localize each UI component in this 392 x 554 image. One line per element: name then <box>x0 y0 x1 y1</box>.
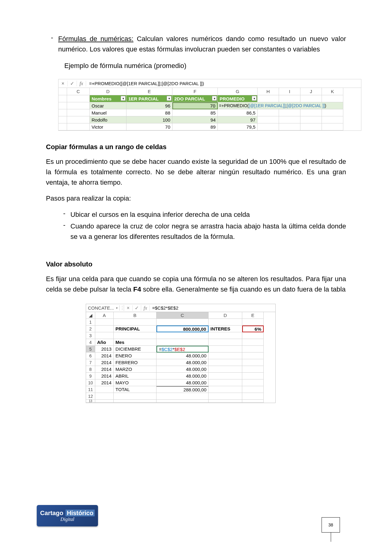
cell[interactable]: DICIEMBRE <box>114 346 156 352</box>
cell[interactable] <box>242 319 264 326</box>
col-K[interactable]: K <box>322 88 343 95</box>
cell[interactable] <box>67 109 90 116</box>
cell-name[interactable]: Rodolfo <box>90 116 126 123</box>
cell-interes-label[interactable]: INTERES <box>209 326 242 332</box>
cell[interactable] <box>95 326 114 332</box>
filter-icon[interactable] <box>167 96 172 101</box>
cell[interactable] <box>322 109 343 116</box>
hdr-nombres[interactable]: Nombres <box>90 95 126 102</box>
col-D[interactable]: D <box>90 88 126 95</box>
hdr-1er[interactable]: 1ER PARCIAL <box>126 95 172 102</box>
rowhdr[interactable] <box>58 109 67 116</box>
rowhdr[interactable]: 7 <box>86 359 95 366</box>
cell-p2[interactable]: 94 <box>172 116 218 123</box>
cell[interactable] <box>258 116 279 123</box>
cell-interes-value[interactable]: 6% <box>242 326 264 332</box>
cell-mes-hdr[interactable]: Mes <box>114 339 156 346</box>
cell[interactable] <box>67 102 90 109</box>
cancel-icon[interactable]: × <box>124 305 133 311</box>
fx-icon[interactable]: fx <box>141 305 150 311</box>
cell[interactable] <box>300 95 322 102</box>
cell[interactable] <box>95 319 114 326</box>
rowhdr[interactable]: 3 <box>86 332 95 339</box>
cell-ano-hdr[interactable]: Año <box>95 339 114 346</box>
col-E[interactable]: E <box>126 88 172 95</box>
rowhdr[interactable]: 13 <box>86 400 95 403</box>
rowhdr[interactable]: 4 <box>86 339 95 346</box>
cell[interactable] <box>258 109 279 116</box>
cell-prom[interactable]: 86,5 <box>218 109 258 116</box>
cell[interactable] <box>322 116 343 123</box>
rowhdr[interactable]: 2 <box>86 326 95 332</box>
formula-text[interactable]: =+PROMEDIO([@[1ER PARCIAL]];[@[2DO PARCI… <box>86 81 204 86</box>
rowhdr[interactable]: 9 <box>86 373 95 379</box>
cell[interactable] <box>279 109 300 116</box>
filter-icon[interactable] <box>252 96 257 101</box>
cell[interactable] <box>67 95 90 102</box>
rowhdr[interactable]: 1 <box>86 319 95 326</box>
col-I[interactable]: I <box>279 88 300 95</box>
rowhdr[interactable]: 8 <box>86 366 95 373</box>
col-G[interactable]: G <box>218 88 258 95</box>
col-C[interactable]: C <box>67 88 90 95</box>
cell-p1[interactable]: 70 <box>126 123 172 130</box>
rowhdr[interactable] <box>58 123 67 130</box>
col-F[interactable]: F <box>172 88 218 95</box>
col-C[interactable]: C <box>156 312 209 319</box>
cell-name[interactable]: Oscar <box>90 102 126 109</box>
cell[interactable] <box>209 319 242 326</box>
rowhdr[interactable]: 10 <box>86 379 95 386</box>
col-J[interactable]: J <box>300 88 322 95</box>
cell-p1[interactable]: 100 <box>126 116 172 123</box>
cell[interactable] <box>67 123 90 130</box>
rowhdr[interactable] <box>58 95 67 102</box>
fx-icon[interactable]: fx <box>77 81 86 86</box>
cell[interactable] <box>279 116 300 123</box>
col-E[interactable]: E <box>242 312 264 319</box>
cell[interactable] <box>258 123 279 130</box>
selectall-corner[interactable] <box>58 88 67 95</box>
cell-principal-value[interactable]: 800.000,00 <box>156 326 209 332</box>
cell-formula-overflow[interactable]: =+PROMEDIO([@[1ER PARCIAL]];[@[2DO PARCI… <box>218 102 343 109</box>
cell-p1[interactable]: 96 <box>126 102 172 109</box>
cell-prom[interactable]: 79,5 <box>218 123 258 130</box>
col-B[interactable]: B <box>114 312 156 319</box>
cell[interactable] <box>300 109 322 116</box>
rowhdr[interactable] <box>58 102 67 109</box>
cell[interactable] <box>279 123 300 130</box>
col-A[interactable]: A <box>95 312 114 319</box>
rowhdr[interactable]: 6 <box>86 352 95 359</box>
cell[interactable] <box>156 319 209 326</box>
selectall-corner[interactable]: ◢ <box>86 312 95 319</box>
cell[interactable] <box>279 95 300 102</box>
rowhdr[interactable]: 12 <box>86 393 95 400</box>
cell-active-formula[interactable]: =$C$2*$E$2 <box>156 346 209 352</box>
rowhdr[interactable]: 5 <box>86 346 95 352</box>
cell-name[interactable]: Victor <box>90 123 126 130</box>
cancel-icon[interactable]: × <box>58 81 68 86</box>
col-D[interactable]: D <box>209 312 242 319</box>
cell[interactable] <box>300 123 322 130</box>
rowhdr[interactable] <box>58 116 67 123</box>
name-box[interactable]: CONCATE... <box>86 305 120 311</box>
filter-icon[interactable] <box>212 96 217 101</box>
cell[interactable] <box>258 95 279 102</box>
filter-icon[interactable] <box>121 96 126 101</box>
cell[interactable] <box>114 319 156 326</box>
hdr-2do[interactable]: 2DO PARCIAL <box>172 95 218 102</box>
cell[interactable] <box>322 95 343 102</box>
accept-icon[interactable]: ✓ <box>68 81 77 86</box>
cell-p2-active[interactable]: 70 <box>172 102 218 109</box>
col-H[interactable]: H <box>258 88 279 95</box>
cell-principal-label[interactable]: PRINCIPAL <box>114 326 156 332</box>
accept-icon[interactable]: ✓ <box>133 305 141 311</box>
cell-p2[interactable]: 89 <box>172 123 218 130</box>
hdr-prom[interactable]: PROMEDIO <box>218 95 258 102</box>
cell-name[interactable]: Manuel <box>90 109 126 116</box>
rowhdr[interactable]: 11 <box>86 386 95 393</box>
cell[interactable] <box>300 116 322 123</box>
cell-prom[interactable]: 97 <box>218 116 258 123</box>
cell[interactable] <box>322 123 343 130</box>
cell-p1[interactable]: 88 <box>126 109 172 116</box>
formula-text[interactable]: =$C$2*$E$2 <box>150 305 179 311</box>
